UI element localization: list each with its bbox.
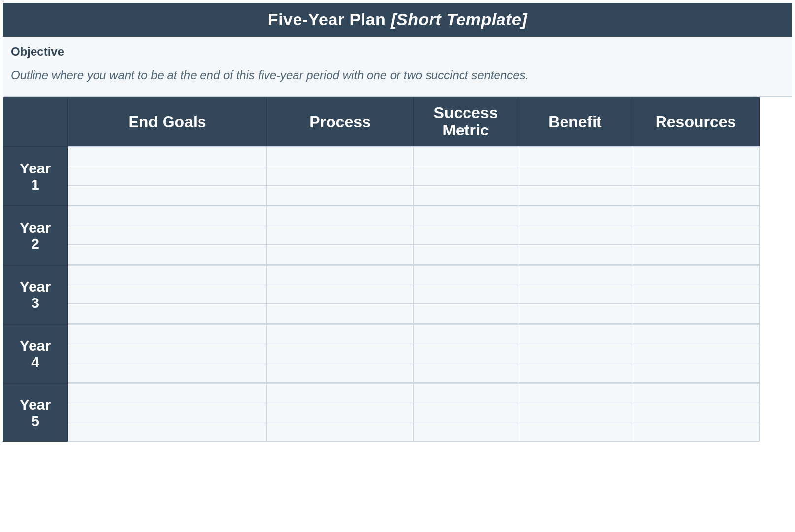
- cell-end-goals[interactable]: [68, 245, 267, 265]
- cell-benefit[interactable]: [518, 245, 632, 265]
- cell-process[interactable]: [267, 402, 414, 422]
- page-title-suffix: [Short Template]: [391, 10, 527, 29]
- column-header-process: Process: [267, 97, 414, 146]
- cell-process[interactable]: [267, 146, 414, 166]
- cell-end-goals[interactable]: [68, 146, 267, 166]
- cell-end-goals[interactable]: [68, 402, 267, 422]
- column-header-success-metric: Success Metric: [414, 97, 518, 146]
- column-header-benefit: Benefit: [518, 97, 632, 146]
- row-header-year-4: Year 4: [3, 324, 68, 383]
- cell-benefit[interactable]: [518, 284, 632, 304]
- cell-process[interactable]: [267, 225, 414, 245]
- cell-resources[interactable]: [632, 245, 760, 265]
- cell-end-goals[interactable]: [68, 186, 267, 205]
- cell-benefit[interactable]: [518, 324, 632, 343]
- cell-end-goals[interactable]: [68, 205, 267, 225]
- cell-success-metric[interactable]: [414, 383, 518, 402]
- row-header-year-2: Year 2: [3, 205, 68, 265]
- cell-end-goals[interactable]: [68, 324, 267, 343]
- cell-benefit[interactable]: [518, 422, 632, 442]
- cell-process[interactable]: [267, 343, 414, 363]
- objective-section: Objective Outline where you want to be a…: [3, 37, 792, 96]
- row-header-year-3: Year 3: [3, 265, 68, 324]
- cell-benefit[interactable]: [518, 205, 632, 225]
- cell-resources[interactable]: [632, 265, 760, 284]
- cell-success-metric[interactable]: [414, 205, 518, 225]
- cell-end-goals[interactable]: [68, 343, 267, 363]
- row-header-number: 3: [31, 295, 39, 311]
- cell-resources[interactable]: [632, 363, 760, 383]
- cell-process[interactable]: [267, 205, 414, 225]
- row-header-label: Year: [20, 397, 51, 413]
- cell-success-metric[interactable]: [414, 324, 518, 343]
- cell-process[interactable]: [267, 166, 414, 186]
- cell-resources[interactable]: [632, 304, 760, 324]
- row-header-number: 4: [31, 354, 39, 370]
- cell-end-goals[interactable]: [68, 284, 267, 304]
- cell-process[interactable]: [267, 284, 414, 304]
- cell-resources[interactable]: [632, 383, 760, 402]
- cell-process[interactable]: [267, 186, 414, 205]
- cell-success-metric[interactable]: [414, 225, 518, 245]
- template-page: Five-Year Plan [Short Template] Objectiv…: [0, 0, 795, 442]
- cell-benefit[interactable]: [518, 225, 632, 245]
- cell-benefit[interactable]: [518, 265, 632, 284]
- cell-resources[interactable]: [632, 166, 760, 186]
- cell-resources[interactable]: [632, 186, 760, 205]
- cell-benefit[interactable]: [518, 402, 632, 422]
- cell-benefit[interactable]: [518, 363, 632, 383]
- row-header-label: Year: [20, 337, 51, 354]
- row-header-label: Year: [20, 160, 51, 176]
- cell-end-goals[interactable]: [68, 304, 267, 324]
- grid-corner-cell: [3, 97, 68, 146]
- cell-end-goals[interactable]: [68, 422, 267, 442]
- cell-end-goals[interactable]: [68, 363, 267, 383]
- cell-success-metric[interactable]: [414, 146, 518, 166]
- cell-end-goals[interactable]: [68, 166, 267, 186]
- cell-benefit[interactable]: [518, 343, 632, 363]
- cell-benefit[interactable]: [518, 186, 632, 205]
- cell-end-goals[interactable]: [68, 265, 267, 284]
- cell-resources[interactable]: [632, 225, 760, 245]
- column-header-end-goals: End Goals: [68, 97, 267, 146]
- cell-end-goals[interactable]: [68, 225, 267, 245]
- row-header-number: 1: [31, 176, 39, 193]
- cell-success-metric[interactable]: [414, 422, 518, 442]
- cell-process[interactable]: [267, 265, 414, 284]
- row-header-year-1: Year 1: [3, 146, 68, 205]
- cell-success-metric[interactable]: [414, 363, 518, 383]
- page-title-main: Five-Year Plan: [268, 10, 391, 29]
- cell-success-metric[interactable]: [414, 402, 518, 422]
- cell-success-metric[interactable]: [414, 304, 518, 324]
- cell-success-metric[interactable]: [414, 245, 518, 265]
- cell-resources[interactable]: [632, 284, 760, 304]
- cell-benefit[interactable]: [518, 166, 632, 186]
- cell-process[interactable]: [267, 422, 414, 442]
- cell-benefit[interactable]: [518, 146, 632, 166]
- column-header-resources: Resources: [632, 97, 760, 146]
- cell-success-metric[interactable]: [414, 265, 518, 284]
- cell-resources[interactable]: [632, 402, 760, 422]
- cell-benefit[interactable]: [518, 383, 632, 402]
- objective-description[interactable]: Outline where you want to be at the end …: [11, 67, 784, 83]
- cell-process[interactable]: [267, 245, 414, 265]
- cell-process[interactable]: [267, 363, 414, 383]
- cell-benefit[interactable]: [518, 304, 632, 324]
- cell-end-goals[interactable]: [68, 383, 267, 402]
- cell-success-metric[interactable]: [414, 186, 518, 205]
- cell-resources[interactable]: [632, 146, 760, 166]
- cell-process[interactable]: [267, 324, 414, 343]
- cell-resources[interactable]: [632, 205, 760, 225]
- row-header-label: Year: [20, 278, 51, 295]
- row-header-number: 5: [31, 413, 39, 429]
- cell-resources[interactable]: [632, 422, 760, 442]
- cell-success-metric[interactable]: [414, 284, 518, 304]
- cell-success-metric[interactable]: [414, 166, 518, 186]
- row-header-label: Year: [20, 219, 51, 235]
- cell-success-metric[interactable]: [414, 343, 518, 363]
- cell-process[interactable]: [267, 304, 414, 324]
- cell-resources[interactable]: [632, 324, 760, 343]
- cell-process[interactable]: [267, 383, 414, 402]
- cell-resources[interactable]: [632, 343, 760, 363]
- row-header-year-5: Year 5: [3, 383, 68, 442]
